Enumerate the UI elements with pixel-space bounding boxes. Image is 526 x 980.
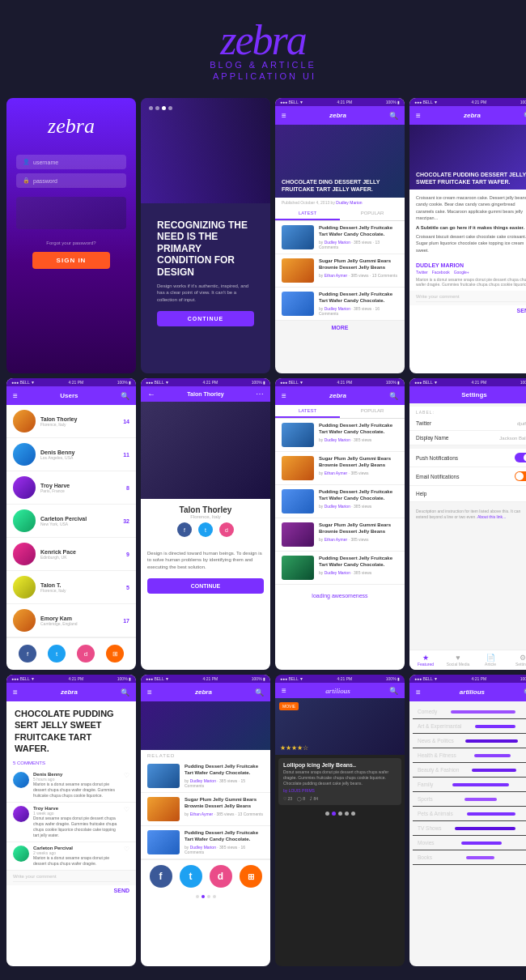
- post-thumbnail: [282, 225, 314, 249]
- related-item-3[interactable]: Pudding Dessert Jelly Fruitcake Tart Waf…: [141, 826, 270, 859]
- artilious-card-author: by LOUIS PRIMS: [283, 788, 397, 793]
- google-plus-link[interactable]: Google+: [454, 270, 469, 275]
- category-pets[interactable]: Pets & Animals ›: [413, 807, 526, 821]
- heart-icon[interactable]: ♡: [124, 846, 129, 867]
- hamburger-icon[interactable]: ≡: [416, 688, 421, 697]
- category-news[interactable]: News & Politics ›: [413, 734, 526, 748]
- twitter-share-button[interactable]: t: [180, 865, 202, 888]
- category-beauty[interactable]: Beauty & Fashion ›: [413, 763, 526, 778]
- layers-icon[interactable]: ⊞: [106, 645, 124, 663]
- category-bar: [466, 856, 494, 859]
- user-count: 32: [123, 518, 129, 524]
- category-health[interactable]: Health & Fitness ›: [413, 748, 526, 763]
- tab-popular[interactable]: POPULAR: [340, 405, 405, 418]
- dot-3: [338, 812, 342, 816]
- nav-settings[interactable]: ⚙ Settings: [507, 650, 526, 670]
- facebook-icon[interactable]: f: [177, 522, 192, 537]
- twitter-link[interactable]: Twitter: [416, 270, 428, 275]
- back-icon[interactable]: ←: [147, 390, 155, 398]
- tab-popular[interactable]: POPULAR: [340, 207, 405, 220]
- user-item-7[interactable]: Emory Kam Cambridge, England 17: [6, 604, 136, 637]
- more-button[interactable]: MORE: [275, 321, 405, 334]
- detail-hero-title: CHOCOLATE PUDDING DESSERT JELLY SWEET FR…: [416, 172, 526, 185]
- related-post-4[interactable]: Sugar Plum Jelly Gummi Bears Brownie Des…: [275, 518, 405, 552]
- heart-icon[interactable]: ♡: [124, 806, 129, 838]
- comment-input[interactable]: Write your comment: [13, 874, 129, 882]
- twitter-icon[interactable]: t: [198, 522, 213, 537]
- related-post-1[interactable]: Pudding Dessert Jelly Fruitcake Tart Waf…: [275, 419, 405, 452]
- tab-latest[interactable]: LATEST: [275, 405, 340, 418]
- nav-article[interactable]: 📄 Article: [474, 650, 507, 670]
- push-notifications-toggle[interactable]: [515, 453, 526, 462]
- post-item-3[interactable]: Pudding Dessert Jelly Fruitcake Tart Waf…: [275, 288, 405, 321]
- search-icon[interactable]: 🔍: [389, 687, 398, 695]
- dribbble-icon[interactable]: d: [219, 522, 234, 537]
- user-item-6[interactable]: Talon T. Florence, Italy 5: [6, 571, 136, 604]
- category-family[interactable]: Family ›: [413, 778, 526, 792]
- more-icon[interactable]: ⋯: [256, 390, 264, 398]
- username-field[interactable]: 👤 username: [16, 155, 126, 169]
- user-item-1[interactable]: Talon Thorley Florence, Italy 14: [6, 405, 136, 438]
- related-item-2[interactable]: Sugar Plum Jelly Gummi Bears Brownie Des…: [141, 793, 270, 826]
- nav-social-media[interactable]: ♥ Social Media: [442, 650, 474, 670]
- user-location: New York, USA: [40, 522, 118, 526]
- related-post-3[interactable]: Pudding Dessert Jelly Fruitcake Tart Waf…: [275, 485, 405, 518]
- user-avatar: [13, 410, 36, 432]
- user-item-2[interactable]: Denis Benny Los Angeles, USA 11: [6, 438, 136, 471]
- dribbble-icon[interactable]: d: [77, 645, 95, 663]
- profile-location: Florence, Italy: [147, 514, 264, 519]
- category-sports[interactable]: Sports ›: [413, 792, 526, 807]
- twitter-icon[interactable]: t: [48, 645, 66, 663]
- hero-post[interactable]: CHOCOLATE DING DESSERT JELLY FRUITCAKE T…: [275, 125, 405, 198]
- signin-button[interactable]: SIGN IN: [32, 252, 111, 269]
- artilious-card[interactable]: Lollipop Icing Jelly Beans.. Donut sesam…: [278, 758, 401, 805]
- tab-latest[interactable]: LATEST: [275, 207, 340, 220]
- search-icon[interactable]: 🔍: [255, 688, 264, 697]
- hamburger-icon[interactable]: ≡: [147, 688, 152, 697]
- display-name-label: Display Name: [416, 435, 448, 441]
- post-item-2[interactable]: Sugar Plum Jelly Gummi Bears Brownie Des…: [275, 254, 405, 288]
- user-item-3[interactable]: Troy Harve Paris, France 8: [6, 471, 136, 505]
- profile-continue-button[interactable]: CONTINUE: [147, 578, 264, 594]
- category-art[interactable]: Art & Experimantal ›: [413, 719, 526, 734]
- related-post-5[interactable]: Pudding Dessert Jelly Fruitcake Tart Waf…: [275, 552, 405, 585]
- category-books[interactable]: Books ›: [413, 850, 526, 865]
- facebook-share-button[interactable]: f: [150, 865, 172, 888]
- email-notifications-toggle[interactable]: [515, 471, 526, 481]
- continue-button[interactable]: CONTINUE: [157, 311, 254, 326]
- search-icon[interactable]: 🔍: [389, 392, 398, 400]
- related-post-2[interactable]: Sugar Plum Jelly Gummi Bears Brownie Des…: [275, 452, 405, 485]
- forgot-password-link[interactable]: Forgot your password?: [46, 241, 95, 245]
- category-tvshows[interactable]: TV Shows ›: [413, 821, 526, 836]
- related-item-1[interactable]: Pudding Dessert Jelly Fruitcake Tart Waf…: [141, 760, 270, 793]
- layers-share-button[interactable]: ⊞: [240, 865, 262, 888]
- facebook-link[interactable]: Facebook: [432, 270, 450, 275]
- hamburger-icon[interactable]: ≡: [282, 391, 286, 400]
- hamburger-icon[interactable]: ≡: [13, 391, 18, 400]
- search-icon[interactable]: 🔍: [389, 112, 398, 120]
- heart-icon[interactable]: ♡: [124, 772, 129, 799]
- user-item-5[interactable]: Kenrick Pace Edinburgh, UK 9: [6, 538, 136, 571]
- category-comedy[interactable]: Comedy ›: [413, 705, 526, 719]
- settings-help[interactable]: Help ›: [409, 486, 526, 502]
- comment-input[interactable]: Write your comment: [416, 294, 526, 302]
- dot-1: [325, 812, 329, 816]
- hamburger-icon[interactable]: ≡: [416, 111, 421, 120]
- post-thumbnail: [147, 764, 180, 788]
- settings-link[interactable]: About this link...: [477, 514, 506, 519]
- user-item-4[interactable]: Carleton Percival New York, USA 32: [6, 505, 136, 538]
- facebook-icon[interactable]: f: [19, 645, 36, 663]
- article-comments-panel: ●●● BELL ▼ 4:21 PM 100% ▮ ≡ zebra 🔍 CHOC…: [6, 675, 136, 966]
- post-item-1[interactable]: Pudding Dessert Jelly Fruitcake Tart Waf…: [275, 221, 405, 254]
- hamburger-icon[interactable]: ≡: [282, 686, 286, 695]
- nav-featured[interactable]: ★ Featured: [409, 650, 442, 670]
- hamburger-icon[interactable]: ≡: [282, 111, 286, 120]
- hamburger-icon[interactable]: ≡: [13, 688, 18, 697]
- search-icon[interactable]: 🔍: [121, 392, 129, 400]
- password-field[interactable]: 🔒 password: [16, 173, 126, 188]
- dribbble-share-button[interactable]: d: [210, 865, 232, 888]
- search-icon[interactable]: 🔍: [121, 688, 129, 697]
- send-button[interactable]: SEND: [6, 885, 136, 896]
- send-button[interactable]: SEND: [409, 305, 526, 316]
- category-movies[interactable]: Movies ›: [413, 836, 526, 850]
